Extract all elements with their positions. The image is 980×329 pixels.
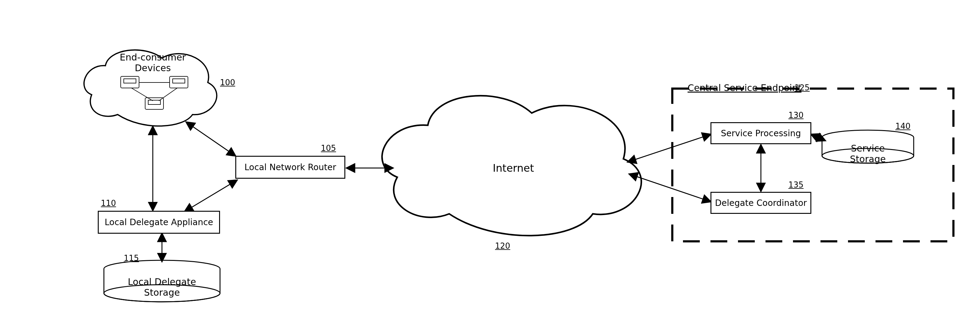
central-service-endpoint-ref: 125 <box>794 83 810 92</box>
local-delegate-appliance-label: Local Delegate Appliance <box>105 217 213 227</box>
delegate-coordinator-ref: 135 <box>788 180 804 189</box>
local-network-router-label: Local Network Router <box>245 162 336 172</box>
local-delegate-appliance-box: Local Delegate Appliance <box>98 211 220 234</box>
central-service-endpoint-label: Central Service Endpoint <box>687 83 802 93</box>
central-service-endpoint-box <box>672 89 953 241</box>
internet-label: Internet <box>483 162 544 174</box>
internet-ref: 120 <box>495 241 510 251</box>
svg-line-13 <box>186 122 235 156</box>
delegate-coordinator-label: Delegate Coordinator <box>715 198 807 208</box>
svg-line-18 <box>628 134 711 162</box>
svg-rect-5 <box>148 100 161 105</box>
svg-point-11 <box>822 130 914 145</box>
service-storage-label: Service Storage <box>836 143 900 164</box>
svg-point-9 <box>104 260 220 277</box>
local-network-router-box: Local Network Router <box>235 156 345 179</box>
svg-line-19 <box>630 174 711 202</box>
service-processing-ref: 130 <box>788 111 804 120</box>
svg-rect-2 <box>170 76 188 88</box>
service-processing-box: Service Processing <box>711 122 811 144</box>
svg-line-21 <box>811 134 825 140</box>
end-consumer-devices-ref: 100 <box>220 78 235 87</box>
svg-rect-4 <box>145 98 164 110</box>
end-consumer-devices-label: End-consumer Devices <box>101 52 205 73</box>
local-delegate-appliance-ref: 110 <box>101 199 116 208</box>
local-delegate-storage-ref: 115 <box>124 254 139 263</box>
local-network-router-ref: 105 <box>321 143 336 153</box>
delegate-coordinator-box: Delegate Coordinator <box>711 192 811 214</box>
local-delegate-storage-label: Local Delegate Storage <box>113 277 211 298</box>
svg-line-7 <box>131 88 153 101</box>
svg-rect-1 <box>124 79 136 83</box>
service-storage-ref: 140 <box>896 122 911 131</box>
svg-line-15 <box>185 180 237 211</box>
service-processing-label: Service Processing <box>721 128 801 138</box>
svg-line-8 <box>159 88 177 101</box>
svg-rect-3 <box>173 79 185 83</box>
svg-rect-0 <box>121 76 139 88</box>
